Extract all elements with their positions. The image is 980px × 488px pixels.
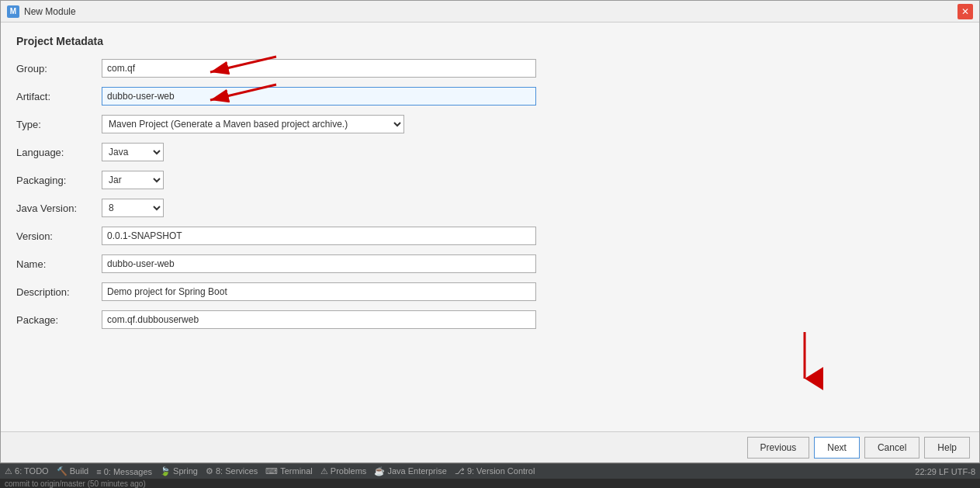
todo-item[interactable]: ⚠ 6: TODO xyxy=(5,466,49,476)
group-label: Group: xyxy=(16,63,102,74)
group-input[interactable] xyxy=(102,59,536,78)
next-button[interactable]: Next xyxy=(814,437,860,459)
artifact-label: Artifact: xyxy=(16,91,102,102)
package-input[interactable] xyxy=(102,310,536,329)
form-row-description: Description: xyxy=(16,282,964,302)
terminal-item[interactable]: ⌨ Terminal xyxy=(265,466,312,476)
version-input[interactable] xyxy=(102,227,536,245)
previous-button[interactable]: Previous xyxy=(747,437,810,459)
section-title: Project Metadata xyxy=(16,35,964,47)
version-control-item[interactable]: ⎇ 9: Version Control xyxy=(455,466,535,476)
form-row-java-version: Java Version: 8 11 17 xyxy=(16,198,964,218)
name-input[interactable] xyxy=(102,254,536,273)
language-select[interactable]: Java Kotlin Groovy xyxy=(102,143,164,161)
close-button[interactable]: ✕ xyxy=(957,4,973,19)
spring-item[interactable]: 🍃 Spring xyxy=(160,466,198,476)
form-row-type: Type: Maven Project (Generate a Maven ba… xyxy=(16,114,964,134)
services-item[interactable]: ⚙ 8: Services xyxy=(206,466,258,476)
form-row-group: Group: xyxy=(16,58,964,78)
help-button[interactable]: Help xyxy=(924,437,970,459)
cancel-button[interactable]: Cancel xyxy=(864,437,919,459)
description-label: Description: xyxy=(16,286,102,298)
title-bar: M New Module ✕ xyxy=(1,1,979,22)
problems-item[interactable]: ⚠ Problems xyxy=(320,466,367,476)
artifact-row-wrapper: Artifact: xyxy=(16,86,964,106)
packaging-select[interactable]: Jar War xyxy=(102,171,164,189)
window-icon: M xyxy=(7,5,19,18)
form-row-name: Name: xyxy=(16,254,964,274)
type-label: Type: xyxy=(16,119,102,130)
form-row-artifact: Artifact: xyxy=(16,86,964,106)
description-input[interactable] xyxy=(102,282,536,301)
group-row-wrapper: Group: xyxy=(16,58,964,78)
language-label: Language: xyxy=(16,147,102,158)
type-select[interactable]: Maven Project (Generate a Maven based pr… xyxy=(102,115,404,133)
bottom-bar: Previous Next Cancel Help xyxy=(1,431,979,462)
name-label: Name: xyxy=(16,258,102,270)
tool-windows-bar: ⚠ 6: TODO 🔨 Build ≡ 0: Messages 🍃 Spring… xyxy=(0,463,980,479)
dialog-window: M New Module ✕ Project Metadata Group: xyxy=(0,0,980,463)
statusbar-right: 22:29 LF UTF-8 xyxy=(915,467,975,476)
artifact-input[interactable] xyxy=(102,87,536,106)
ide-bottom: ⚠ 6: TODO 🔨 Build ≡ 0: Messages 🍃 Spring… xyxy=(0,463,980,488)
commit-info: commit to origin/master (50 minutes ago) xyxy=(5,479,146,488)
form-row-language: Language: Java Kotlin Groovy xyxy=(16,142,964,162)
build-item[interactable]: 🔨 Build xyxy=(57,466,89,476)
commit-bar: commit to origin/master (50 minutes ago) xyxy=(0,479,980,488)
java-enterprise-item[interactable]: ☕ Java Enterprise xyxy=(374,466,446,476)
form-row-packaging: Packaging: Jar War xyxy=(16,170,964,190)
form-row-version: Version: xyxy=(16,226,964,246)
java-version-select[interactable]: 8 11 17 xyxy=(102,199,164,217)
version-label: Version: xyxy=(16,230,102,242)
packaging-label: Packaging: xyxy=(16,175,102,186)
window-wrapper: M New Module ✕ Project Metadata Group: xyxy=(0,0,980,488)
messages-item[interactable]: ≡ 0: Messages xyxy=(96,467,152,476)
window-title: New Module xyxy=(24,6,957,17)
java-version-label: Java Version: xyxy=(16,202,102,214)
form-row-package: Package: xyxy=(16,310,964,330)
package-label: Package: xyxy=(16,314,102,326)
dialog-body: Project Metadata Group: xyxy=(1,22,979,431)
